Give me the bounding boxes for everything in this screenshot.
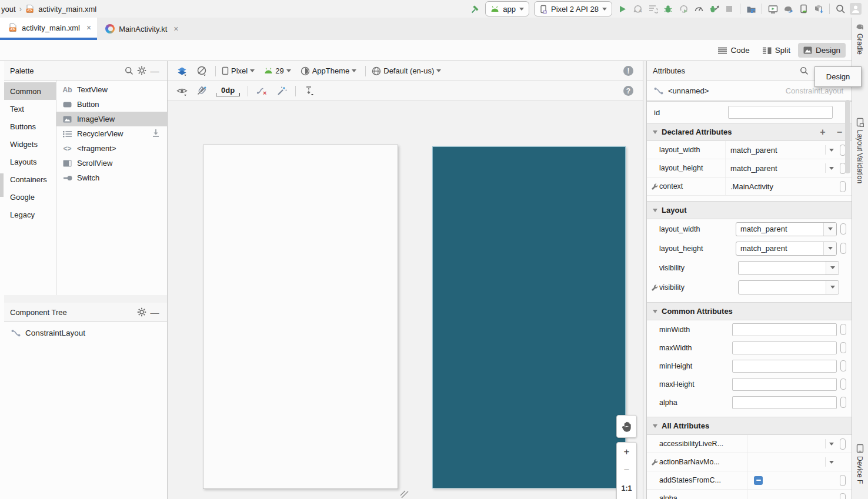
palette-item-imageview[interactable]: ImageView: [56, 112, 167, 126]
section-all-attributes[interactable]: All Attributes: [647, 417, 852, 435]
palette-category-legacy[interactable]: Legacy: [4, 206, 56, 223]
indeterminate-checkbox[interactable]: [754, 476, 763, 485]
palette-category-containers[interactable]: Containers: [4, 170, 56, 188]
palette-item-scrollview[interactable]: ScrollView: [56, 156, 167, 170]
chevron-down-icon[interactable]: [829, 167, 834, 170]
device-select[interactable]: Pixel: [220, 63, 256, 79]
device-manager-icon[interactable]: [796, 2, 811, 16]
palette-item-fragment[interactable]: <> <fragment>: [56, 141, 167, 156]
panel-splitter[interactable]: [643, 61, 647, 499]
gradle-sync-icon[interactable]: [780, 2, 796, 16]
section-common-attributes[interactable]: Common Attributes: [647, 302, 852, 320]
tools-visibility-combo[interactable]: [738, 280, 839, 294]
apply-changes-bug-icon[interactable]: [706, 2, 722, 16]
tab-mainactivity-kt[interactable]: MainActivity.kt ×: [97, 18, 184, 40]
palette-category-common[interactable]: Common: [4, 82, 56, 100]
theme-select[interactable]: AppTheme: [299, 63, 359, 79]
search-everywhere-icon[interactable]: [833, 2, 848, 16]
zoom-reset-button[interactable]: 1:1: [617, 479, 636, 497]
palette-category-buttons[interactable]: Buttons: [4, 118, 56, 135]
gear-icon[interactable]: [135, 306, 148, 319]
running-devices-icon[interactable]: [765, 2, 780, 16]
attribute-row[interactable]: actionBarNavMo...: [647, 453, 852, 471]
clear-constraints-icon[interactable]: ×: [252, 83, 271, 99]
palette-category-text[interactable]: Text: [4, 100, 56, 118]
pick-resource-button[interactable]: [840, 243, 846, 254]
mode-code-button[interactable]: Code: [713, 43, 755, 58]
zoom-out-button[interactable]: −: [617, 461, 636, 479]
view-options-eye-icon[interactable]: [172, 83, 191, 99]
pick-resource-button[interactable]: [840, 342, 846, 353]
close-icon[interactable]: ×: [173, 24, 178, 34]
pick-resource-button[interactable]: [840, 493, 846, 499]
help-icon[interactable]: ?: [623, 86, 633, 96]
maxwidth-input[interactable]: [732, 341, 837, 354]
remove-attribute-button[interactable]: −: [833, 127, 846, 138]
sdk-manager-icon[interactable]: [811, 2, 826, 16]
orientation-icon[interactable]: [192, 63, 211, 79]
attach-debugger-icon[interactable]: [676, 2, 691, 16]
pick-resource-button[interactable]: [840, 360, 846, 371]
minwidth-input[interactable]: [732, 323, 837, 336]
zoom-in-button[interactable]: +: [617, 443, 636, 461]
pick-resource-button[interactable]: [840, 397, 846, 408]
pack-align-icon[interactable]: [300, 83, 319, 99]
scrollbar-thumb[interactable]: [845, 100, 850, 173]
visibility-combo[interactable]: [738, 261, 839, 275]
chevron-down-icon[interactable]: [829, 461, 834, 464]
chevron-down-icon[interactable]: [829, 149, 834, 152]
attribute-row[interactable]: layout_height match_parent: [647, 159, 852, 178]
palette-item-textview[interactable]: Ab TextView: [56, 82, 167, 97]
run-config-select[interactable]: app: [485, 1, 529, 16]
pick-resource-button[interactable]: [840, 181, 846, 192]
palette-item-recyclerview[interactable]: RecyclerView: [56, 126, 167, 141]
layout-height-combo[interactable]: match_parent: [736, 242, 837, 256]
palette-item-switch[interactable]: Switch: [56, 170, 167, 185]
hide-panel-icon[interactable]: —: [148, 64, 161, 77]
autoconnect-off-magnet-icon[interactable]: [192, 83, 211, 99]
profiler-icon[interactable]: [691, 2, 706, 16]
run-button[interactable]: [615, 2, 630, 16]
alpha-input[interactable]: [732, 396, 837, 409]
download-icon[interactable]: [152, 129, 160, 138]
api-level-select[interactable]: 29: [262, 63, 292, 79]
profile-avatar-icon[interactable]: [848, 2, 863, 16]
palette-category-google[interactable]: Google: [4, 188, 56, 206]
attribute-row[interactable]: layout_width match_parent: [647, 141, 852, 159]
search-icon[interactable]: [797, 64, 810, 77]
palette-item-button[interactable]: Button: [56, 97, 167, 112]
debug-button[interactable]: [660, 2, 676, 16]
tree-item-constraintlayout[interactable]: ConstraintLayout: [4, 324, 167, 341]
device-file-explorer-tool-button[interactable]: Device F: [852, 444, 868, 484]
apply-changes-restart-icon[interactable]: A: [630, 2, 645, 16]
palette-category-widgets[interactable]: Widgets: [4, 135, 56, 153]
pick-resource-button[interactable]: [840, 475, 846, 486]
infer-constraints-wand-icon[interactable]: [272, 83, 291, 99]
mode-split-button[interactable]: Split: [757, 43, 796, 58]
pick-resource-button[interactable]: [840, 438, 846, 450]
left-stripe-button[interactable]: [0, 173, 4, 197]
palette-category-layouts[interactable]: Layouts: [4, 153, 56, 170]
pick-resource-button[interactable]: [840, 223, 846, 235]
design-surface[interactable]: + − 1:1: [168, 101, 643, 499]
layout-validation-tool-button[interactable]: Layout Validation: [852, 118, 868, 183]
panel-splitter[interactable]: [4, 295, 168, 303]
design-view[interactable]: [203, 145, 398, 489]
design-surface-select-icon[interactable]: [172, 63, 191, 79]
attribute-row[interactable]: alpha: [647, 490, 852, 499]
blueprint-view[interactable]: [432, 146, 626, 488]
section-declared-attributes[interactable]: Declared Attributes + −: [647, 123, 852, 141]
mode-design-button[interactable]: Design: [798, 43, 846, 58]
id-input[interactable]: [728, 106, 833, 119]
chevron-down-icon[interactable]: [829, 443, 834, 446]
target-device-select[interactable]: Pixel 2 API 28: [534, 1, 612, 16]
resize-handle-icon[interactable]: [400, 490, 409, 498]
section-layout[interactable]: Layout: [647, 201, 852, 219]
stop-button[interactable]: [722, 2, 737, 16]
apply-code-changes-icon[interactable]: [645, 2, 660, 16]
hide-panel-icon[interactable]: —: [148, 306, 161, 319]
project-structure-icon[interactable]: [743, 2, 759, 16]
attribute-row[interactable]: accessibilityLiveR...: [647, 435, 852, 453]
minheight-input[interactable]: [732, 360, 837, 373]
gradle-tool-button[interactable]: Gradle: [852, 22, 868, 55]
